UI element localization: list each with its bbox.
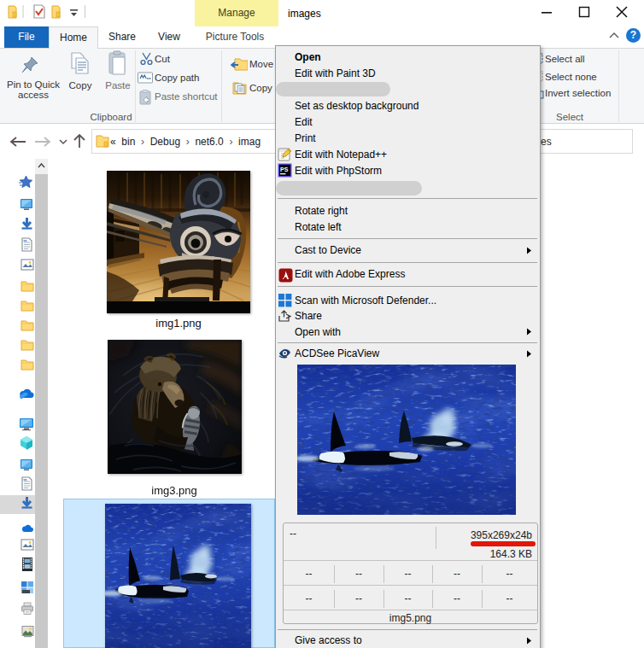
svg-text:PS: PS [280,166,289,172]
